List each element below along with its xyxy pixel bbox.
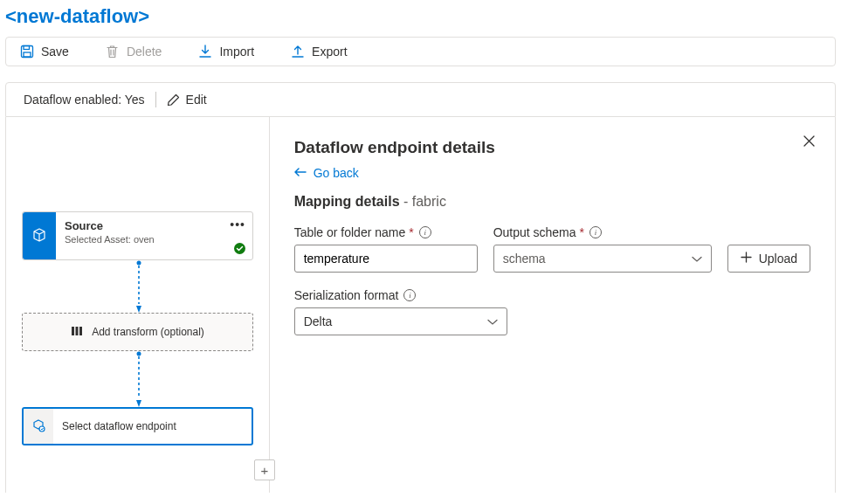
page-title: <new-dataflow>: [0, 0, 841, 37]
svg-rect-8: [79, 327, 82, 335]
connector-arrow: [136, 260, 141, 314]
trash-icon: [106, 45, 120, 59]
transform-icon: [71, 325, 83, 340]
delete-button: Delete: [106, 45, 162, 59]
upload-button[interactable]: Upload: [727, 245, 810, 273]
chevron-down-icon: [487, 314, 498, 328]
upload-label: Upload: [759, 252, 797, 266]
svg-point-12: [39, 426, 45, 432]
section-title-sub: fabric: [412, 194, 446, 209]
serialization-label: Serialization format i: [294, 288, 507, 302]
endpoint-node-label: Select dataflow endpoint: [53, 413, 252, 439]
pencil-icon: [167, 93, 181, 107]
detail-pane: Dataflow endpoint details Go back Mappin…: [270, 117, 835, 493]
endpoint-node-stripe: [24, 409, 53, 444]
detail-heading: Dataflow endpoint details: [294, 138, 810, 157]
output-schema-select[interactable]: schema: [493, 245, 712, 273]
source-more-button[interactable]: •••: [230, 217, 245, 231]
save-icon: [20, 45, 34, 59]
source-node[interactable]: Source Selected Asset: oven •••: [22, 211, 253, 260]
serialization-value: Delta: [304, 314, 333, 328]
save-button[interactable]: Save: [20, 45, 69, 59]
svg-marker-5: [136, 306, 141, 313]
export-label: Export: [312, 45, 347, 59]
section-title: Mapping details - fabric: [294, 194, 810, 210]
plus-icon: +: [261, 463, 269, 478]
endpoint-node[interactable]: Select dataflow endpoint: [22, 407, 253, 445]
import-icon: [198, 45, 212, 59]
svg-rect-7: [76, 327, 79, 335]
go-back-link[interactable]: Go back: [294, 166, 359, 180]
required-indicator: *: [580, 225, 584, 239]
svg-rect-1: [24, 46, 30, 50]
cube-icon: [31, 227, 47, 245]
chevron-down-icon: [692, 252, 702, 266]
svg-point-9: [137, 352, 141, 356]
add-transform-node[interactable]: Add transform (optional): [22, 313, 253, 351]
go-back-label: Go back: [314, 166, 359, 180]
source-node-subtitle: Selected Asset: oven: [65, 234, 244, 245]
table-name-label: Table or folder name * i: [294, 225, 478, 239]
toolbar: Save Delete Import Export: [5, 37, 836, 66]
import-button[interactable]: Import: [198, 45, 254, 59]
close-icon: [803, 135, 816, 148]
import-label: Import: [219, 45, 254, 59]
required-indicator: *: [409, 225, 413, 239]
connector-arrow: [136, 351, 141, 409]
info-icon[interactable]: i: [589, 226, 602, 238]
arrow-left-icon: [294, 166, 307, 180]
edit-button[interactable]: Edit: [167, 93, 207, 107]
info-icon[interactable]: i: [403, 289, 416, 301]
source-node-stripe: [23, 212, 56, 259]
export-icon: [291, 45, 305, 59]
add-transform-label: Add transform (optional): [92, 326, 204, 338]
check-icon: [234, 243, 245, 254]
info-icon[interactable]: i: [419, 226, 431, 238]
source-node-title: Source: [65, 219, 244, 232]
serialization-select[interactable]: Delta: [294, 307, 507, 335]
status-bar: Dataflow enabled: Yes Edit: [5, 82, 836, 117]
dataflow-canvas: Source Selected Asset: oven ••• Add tran…: [6, 117, 270, 493]
section-title-main: Mapping details: [294, 194, 400, 209]
endpoint-icon: [31, 418, 45, 435]
dataflow-enabled-label: Dataflow enabled: Yes: [24, 93, 145, 107]
svg-rect-6: [72, 327, 74, 335]
close-button[interactable]: [803, 135, 816, 150]
output-schema-placeholder: schema: [503, 252, 546, 266]
svg-rect-2: [24, 52, 31, 57]
output-schema-label: Output schema * i: [493, 225, 712, 239]
table-name-input[interactable]: [294, 245, 478, 273]
delete-label: Delete: [127, 45, 162, 59]
plus-icon: [741, 252, 752, 266]
edit-label: Edit: [186, 93, 207, 107]
svg-point-3: [137, 261, 141, 266]
save-label: Save: [41, 45, 69, 59]
svg-marker-11: [136, 400, 141, 407]
export-button[interactable]: Export: [291, 45, 347, 59]
separator: [155, 92, 156, 107]
